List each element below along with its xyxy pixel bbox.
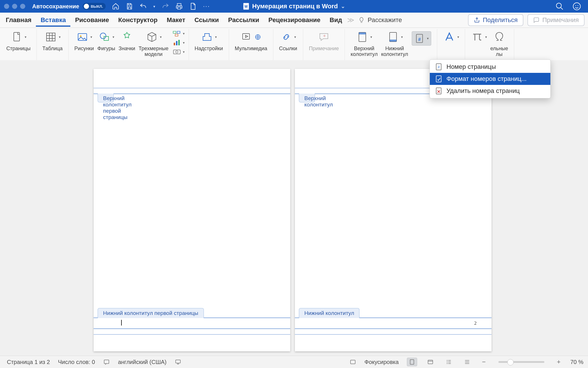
equation-button[interactable]: ▾ [469, 30, 489, 44]
view-web-layout[interactable] [425, 358, 436, 366]
zoom-value[interactable]: 70 % [570, 359, 583, 365]
tab-references[interactable]: Ссылки [190, 13, 223, 27]
screenshot-button[interactable]: ▾ [173, 48, 185, 55]
minimize-window[interactable] [12, 4, 17, 9]
footer-button[interactable]: ▾ Нижний колонтитул [379, 30, 410, 57]
tell-me[interactable]: Расскажите [358, 16, 402, 24]
autosave-state: ВЫКЛ. [91, 4, 103, 9]
close-window[interactable] [4, 4, 9, 9]
status-word-count[interactable]: Число слов: 0 [58, 359, 95, 365]
zoom-window[interactable] [20, 4, 25, 9]
addins-button[interactable]: ▾ Надстройки [193, 30, 225, 51]
focus-icon[interactable] [349, 359, 356, 365]
page-2[interactable]: Верхний колонтитул Нижний колонтитул 2 [295, 69, 492, 351]
tab-mailings[interactable]: Рассылки [223, 13, 264, 27]
home-icon[interactable] [112, 3, 119, 10]
page-1[interactable]: Верхний колонтитул первой страницы Нижни… [94, 69, 290, 351]
table-label: Таблица [42, 46, 63, 51]
new-doc-icon[interactable] [189, 3, 197, 10]
tab-review[interactable]: Рецензирование [264, 13, 325, 27]
chevron-down-icon: ⌄ [341, 3, 345, 9]
hdr-inner-line [94, 94, 290, 94]
media-button[interactable]: Мультимедиа [233, 30, 269, 51]
view-outline[interactable] [444, 358, 454, 366]
svg-rect-7 [14, 32, 20, 41]
print-icon[interactable] [175, 3, 183, 10]
status-focus[interactable]: Фокусировка [364, 359, 399, 365]
spellcheck-icon[interactable] [103, 359, 110, 365]
svg-rect-37 [428, 360, 433, 364]
redo-icon[interactable] [162, 3, 169, 10]
status-language[interactable]: английский (США) [118, 359, 167, 365]
tab-view[interactable]: Вид [325, 13, 347, 27]
zoom-in-button[interactable]: + [555, 358, 562, 366]
menu-page-number[interactable]: # Номер страницы [430, 61, 550, 73]
svg-rect-16 [174, 43, 175, 45]
icons-label: Значки [119, 46, 135, 51]
links-button[interactable]: ▾ Ссылки [277, 30, 299, 51]
tab-insert[interactable]: Вставка [36, 13, 70, 27]
zoom-thumb[interactable] [507, 359, 514, 365]
footer-tag-first: Нижний колонтитул первой страницы [98, 308, 204, 318]
dropcap-icon [443, 31, 456, 43]
hdr-outer-line [94, 88, 290, 88]
page-number-menu-icon: # [435, 63, 442, 71]
autosave: Автосохранение ВЫКЛ. [32, 3, 106, 10]
view-draft[interactable] [462, 358, 472, 366]
dropdown-arrow-icon: ▾ [401, 35, 403, 39]
zoom-out-button[interactable]: − [480, 358, 488, 366]
menu-item-label: Формат номеров страниц... [446, 75, 527, 83]
pages-button[interactable]: ▾ Страницы [5, 30, 32, 51]
shapes-button[interactable]: ▾ Фигуры [96, 30, 117, 51]
tab-design[interactable]: Конструктор [114, 13, 162, 27]
print-layout-icon [409, 359, 415, 365]
autosave-label: Автосохранение [32, 3, 79, 10]
page-number-button[interactable]: # ▾ [410, 30, 433, 46]
header-label: Верхний колонтитул [351, 46, 378, 57]
accessibility-icon[interactable] [175, 359, 181, 365]
search-icon[interactable] [555, 2, 564, 11]
tab-layout[interactable]: Макет [162, 13, 190, 27]
video-icon [241, 31, 254, 43]
window-controls [4, 4, 25, 9]
bulb-icon [358, 17, 365, 23]
tabs-overflow-icon[interactable]: ≫ [347, 16, 356, 24]
tabs-right-buttons: Поделиться Примечания [468, 14, 585, 26]
pictures-button[interactable]: ▾ Рисунки [73, 30, 96, 51]
comments-icon [533, 17, 539, 23]
more-icon[interactable]: ··· [203, 3, 210, 10]
undo-chevron-icon[interactable]: ▾ [153, 4, 155, 9]
dropdown-arrow-icon: ▾ [215, 35, 217, 39]
undo-icon[interactable] [140, 3, 147, 10]
symbol-button[interactable]: ельные лы [489, 30, 510, 57]
pictures-icon [76, 31, 89, 43]
status-page[interactable]: Страница 1 из 2 [7, 359, 50, 365]
icons-button[interactable]: Значки [117, 30, 137, 51]
table-button[interactable]: ▾ Таблица [41, 30, 65, 51]
doc-title-text: Нумерация страниц в Word [252, 3, 338, 10]
comments-button[interactable]: Примечания [527, 14, 585, 26]
document-title[interactable]: W Нумерация страниц в Word ⌄ [243, 3, 345, 10]
feedback-icon[interactable] [572, 2, 581, 11]
dropdown-arrow-icon: ▾ [183, 32, 185, 36]
dropdown-arrow-icon: ▾ [113, 35, 114, 39]
chart-button[interactable]: ▾ [173, 39, 185, 46]
dropcap-button[interactable]: ▾ [441, 30, 461, 44]
autosave-toggle[interactable]: ВЫКЛ. [83, 3, 106, 10]
menu-format-page-numbers[interactable]: Формат номеров страниц... [430, 73, 550, 85]
3dmodels-button[interactable]: ▾ Трехмерные модели [137, 30, 170, 57]
zoom-slider[interactable] [498, 361, 544, 363]
smartart-button[interactable]: ▾ [173, 30, 185, 37]
svg-rect-18 [178, 40, 180, 45]
tab-draw[interactable]: Рисование [70, 13, 113, 27]
tab-home[interactable]: Главная [1, 13, 36, 27]
menu-remove-page-numbers[interactable]: Удалить номера страниц [430, 85, 550, 97]
status-bar: Страница 1 из 2 Число слов: 0 английский… [0, 356, 588, 368]
group-pages: ▾ Страницы [1, 29, 37, 62]
header-button[interactable]: ▾ Верхний колонтитул [349, 30, 379, 57]
view-print-layout[interactable] [407, 358, 417, 366]
toggle-knob [84, 4, 89, 9]
save-icon[interactable] [126, 3, 133, 10]
document-canvas[interactable]: Верхний колонтитул первой страницы Нижни… [0, 60, 588, 356]
share-button[interactable]: Поделиться [468, 14, 523, 26]
